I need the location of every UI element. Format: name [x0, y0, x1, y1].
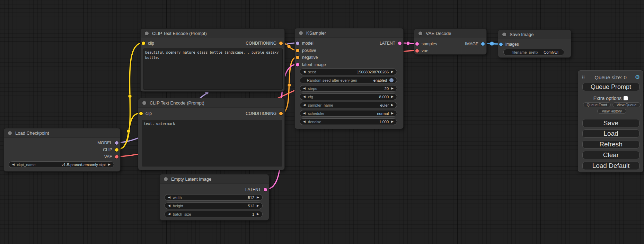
node-title-bar[interactable]: Empty Latent Image [160, 174, 269, 184]
output-slot-latent: LATENT [380, 40, 402, 46]
increment-arrow-icon[interactable]: ▶ [391, 112, 394, 115]
latent-output-port[interactable] [264, 188, 267, 191]
negative-input-port[interactable] [296, 56, 299, 59]
decrement-arrow-icon[interactable]: ◀ [303, 87, 306, 90]
widget-name: batch_size [173, 212, 250, 216]
ckpt-name-widget[interactable]: ◀ ckpt_name v1-5-pruned-emaonly.ckpt ▶ [9, 161, 114, 168]
collapse-icon[interactable] [8, 131, 12, 135]
widget-name: scheduler [308, 111, 375, 116]
widget-name: sampler_name [308, 103, 378, 107]
decrement-arrow-icon[interactable]: ◀ [303, 112, 306, 115]
collapse-icon[interactable] [164, 177, 168, 181]
refresh-button[interactable]: Refresh [582, 140, 639, 148]
node-title-bar[interactable]: CLIP Text Encode (Prompt) [141, 29, 284, 38]
node-empty-latent-image[interactable]: Empty Latent Image LATENT ◀ width 512 ▶ … [159, 174, 269, 220]
width-widget[interactable]: ◀ width 512 ▶ [165, 194, 263, 201]
output-slot-image: IMAGE [465, 41, 485, 47]
filename-prefix-widget[interactable]: filename_prefix ComfyUI [503, 49, 564, 55]
node-title-bar[interactable]: Save Image [498, 30, 571, 39]
decrement-arrow-icon[interactable]: ◀ [303, 120, 306, 123]
node-ksampler[interactable]: KSampler model positive negative latent_… [294, 28, 404, 129]
node-load-checkpoint[interactable]: Load Checkpoint MODEL CLIP VAE ◀ ckpt_na… [3, 128, 121, 172]
node-title-bar[interactable]: CLIP Text Encode (Prompt) [138, 98, 284, 108]
collapse-icon[interactable] [418, 31, 422, 35]
decrement-arrow-icon[interactable]: ◀ [303, 70, 306, 73]
increment-arrow-icon[interactable]: ▶ [257, 196, 259, 199]
latent-image-input-port[interactable] [296, 63, 299, 66]
collapse-icon[interactable] [502, 33, 506, 36]
sampler-name-widget[interactable]: ◀ sampler_name euler ▶ [300, 102, 397, 108]
decrement-arrow-icon[interactable]: ◀ [303, 103, 306, 107]
latent-output-port[interactable] [398, 42, 402, 45]
node-title-bar[interactable]: KSampler [295, 28, 403, 38]
decrement-arrow-icon[interactable]: ◀ [168, 204, 170, 207]
clear-button[interactable]: Clear [582, 151, 639, 159]
model-input-port[interactable] [296, 42, 299, 45]
increment-arrow-icon[interactable]: ▶ [391, 95, 394, 98]
conditioning-output-port[interactable] [279, 112, 283, 115]
seed-widget[interactable]: ◀ seed 156680208700286 ▶ [300, 69, 397, 75]
negative-prompt-textarea[interactable]: text, watermark [142, 120, 282, 166]
decrement-arrow-icon[interactable]: ◀ [168, 213, 170, 216]
decrement-arrow-icon[interactable]: ◀ [12, 163, 15, 166]
model-output-port[interactable] [115, 141, 118, 145]
node-title-bar[interactable]: VAE Decode [414, 29, 486, 38]
increment-arrow-icon[interactable]: ▶ [391, 120, 394, 123]
batch-size-widget[interactable]: ◀ batch_size 1 ▶ [165, 211, 263, 217]
input-slot-samples: samples [415, 41, 437, 47]
image-output-port[interactable] [481, 42, 485, 46]
random-seed-toggle-widget[interactable]: Random seed after every gen enabled [300, 77, 397, 83]
scheduler-widget[interactable]: ◀ scheduler normal ▶ [300, 110, 397, 117]
cfg-widget[interactable]: ◀ cfg 8.000 ▶ [300, 93, 397, 100]
clip-output-port[interactable] [115, 148, 118, 152]
comfyui-canvas[interactable]: { "app": "ComfyUI node graph", "type_col… [0, 0, 644, 244]
increment-arrow-icon[interactable]: ▶ [257, 204, 259, 207]
save-button[interactable]: Save [582, 119, 639, 127]
output-slot-conditioning: CONDITIONING [246, 111, 283, 116]
increment-arrow-icon[interactable]: ▶ [108, 163, 111, 166]
node-title: Empty Latent Image [171, 177, 211, 182]
load-button[interactable]: Load [582, 129, 639, 138]
widget-value: ComfyUI [544, 50, 558, 54]
load-default-button[interactable]: Load Default [582, 162, 639, 170]
node-clip-text-encode-negative[interactable]: CLIP Text Encode (Prompt) clip CONDITION… [138, 98, 285, 170]
collapse-icon[interactable] [299, 31, 303, 35]
increment-arrow-icon[interactable]: ▶ [391, 87, 394, 90]
view-history-button[interactable]: View History [597, 109, 626, 114]
widget-value: v1-5-pruned-emaonly.ckpt [62, 163, 106, 167]
collapse-icon[interactable] [142, 101, 146, 105]
samples-input-port[interactable] [415, 42, 419, 46]
conditioning-output-port[interactable] [279, 42, 283, 45]
node-save-image[interactable]: Save Image images filename_prefix ComfyU… [498, 29, 571, 58]
increment-arrow-icon[interactable]: ▶ [391, 103, 394, 107]
steps-widget[interactable]: ◀ steps 20 ▶ [300, 85, 397, 92]
queue-front-button[interactable]: Queue Front [583, 102, 611, 107]
vae-output-port[interactable] [115, 155, 118, 159]
node-clip-text-encode-positive[interactable]: CLIP Text Encode (Prompt) clip CONDITION… [140, 28, 285, 92]
gear-icon[interactable]: ⚙ [635, 74, 640, 80]
positive-input-port[interactable] [296, 49, 299, 52]
images-input-port[interactable] [499, 43, 503, 46]
clip-input-port[interactable] [142, 42, 145, 45]
view-queue-button[interactable]: View Queue [612, 102, 641, 107]
queue-panel[interactable]: ⣿ Queue size: 0 ⚙ Queue Prompt Extra opt… [578, 70, 643, 172]
denoise-widget[interactable]: ◀ denoise 1.000 ▶ [300, 118, 397, 125]
slot-label: clip [145, 111, 152, 116]
node-vae-decode[interactable]: VAE Decode samples vae IMAGE [414, 28, 487, 55]
extra-options-checkbox[interactable] [624, 96, 628, 100]
increment-arrow-icon[interactable]: ▶ [391, 70, 394, 73]
decrement-arrow-icon[interactable]: ◀ [168, 196, 170, 199]
increment-arrow-icon[interactable]: ▶ [257, 213, 259, 216]
vae-input-port[interactable] [415, 49, 419, 53]
toggle-enabled-icon[interactable] [389, 78, 394, 82]
node-title-bar[interactable]: Load Checkpoint [4, 128, 120, 138]
decrement-arrow-icon[interactable]: ◀ [303, 95, 306, 98]
positive-prompt-textarea[interactable]: beautiful scenery nature glass bottle la… [143, 48, 283, 90]
widget-value: 156680208700286 [357, 70, 389, 74]
clip-input-port[interactable] [139, 112, 143, 115]
height-widget[interactable]: ◀ height 512 ▶ [165, 202, 263, 209]
extra-options-label: Extra options [593, 96, 622, 101]
node-title: KSampler [306, 30, 326, 36]
queue-prompt-button[interactable]: Queue Prompt [582, 83, 639, 91]
collapse-icon[interactable] [145, 31, 149, 35]
